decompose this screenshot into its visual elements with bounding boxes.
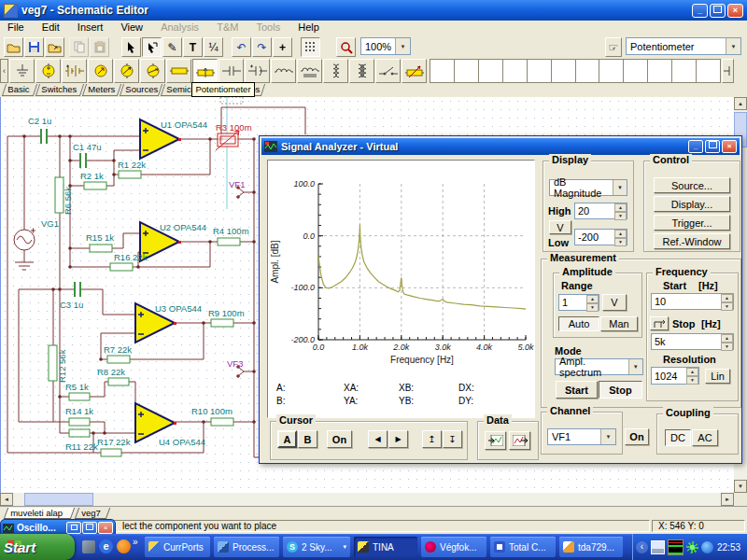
component-potentiometer-button[interactable] (192, 59, 218, 83)
tray-connection-icon[interactable] (686, 541, 698, 553)
lin-button[interactable]: Lin (705, 369, 730, 384)
start-button[interactable]: Start (556, 381, 598, 399)
scroll-left-icon[interactable]: ◄ (0, 493, 13, 506)
pointer-tool-button[interactable] (121, 37, 141, 57)
open-button[interactable] (4, 37, 23, 57)
component-switch-button[interactable] (375, 59, 401, 83)
cursor-a-button[interactable]: A (277, 430, 297, 448)
stop-button[interactable]: Stop (599, 381, 642, 399)
restore-icon[interactable] (710, 4, 726, 18)
component-ground-button[interactable] (9, 59, 35, 83)
close-icon[interactable]: × (727, 4, 743, 18)
wire-tool-button[interactable]: + (273, 37, 292, 57)
tab-meters[interactable]: Meters (82, 84, 121, 96)
menu-view[interactable]: View (113, 21, 150, 33)
coupling-dc-button[interactable]: DC (665, 429, 691, 446)
quicklaunch-desktop-icon[interactable] (82, 540, 95, 553)
dialog-close-icon[interactable]: × (722, 140, 737, 153)
chevron-down-icon[interactable]: ▼ (726, 38, 740, 54)
component-coupled-inductor-button[interactable] (323, 59, 348, 83)
minimize-icon[interactable]: _ (692, 4, 708, 18)
cursor-b-button[interactable]: B (298, 430, 317, 448)
cursor-bottom-button[interactable]: ↧ (443, 430, 462, 448)
text-tool-button[interactable]: T (183, 37, 203, 57)
start-button[interactable]: Start (0, 534, 75, 560)
freq-start-spinbox[interactable]: 10 ▲▼ (651, 293, 734, 310)
component-ammeter-button[interactable] (140, 59, 165, 83)
cursor-top-button[interactable]: ↥ (422, 430, 442, 448)
freq-stop-spinbox[interactable]: 5k ▲▼ (651, 333, 734, 350)
cursor-on-button[interactable]: On (327, 430, 352, 448)
menu-help[interactable]: Help (290, 21, 327, 33)
high-spinbox[interactable]: 20 ▲▼ (574, 203, 627, 219)
component-capacitor-button[interactable] (218, 59, 244, 83)
data-export-button[interactable] (485, 431, 506, 450)
task-tina[interactable]: TINA (354, 537, 417, 557)
select-tool-button[interactable] (142, 37, 162, 57)
component-transformer-button[interactable] (349, 59, 374, 83)
fraction-tool-button[interactable]: ¼ (204, 37, 223, 57)
sheet-tab-veg7[interactable]: veg7 (75, 508, 110, 519)
find-component-button[interactable]: ☞ (605, 37, 622, 57)
task-currports[interactable]: CurrPorts (145, 537, 210, 557)
component-polarized-capacitor-button[interactable] (245, 59, 270, 83)
scroll-down-icon[interactable]: ▼ (734, 480, 747, 493)
component-voltmeter-button[interactable] (114, 59, 139, 83)
tab-scroll-left-button[interactable]: ‹ (0, 59, 8, 83)
task-skype[interactable]: S 2 Sky... ▾ (283, 537, 350, 557)
tray-graph-icon[interactable] (668, 539, 684, 555)
display-mode-combo[interactable]: dB Magnitude▼ (549, 179, 627, 196)
import-button[interactable] (45, 37, 64, 57)
tab-basic[interactable]: Basic (2, 84, 37, 96)
quicklaunch-browser-icon[interactable] (117, 539, 131, 553)
range-unit-button[interactable]: V (602, 294, 627, 311)
voltage-generator[interactable] (14, 229, 35, 271)
data-import-button[interactable] (509, 431, 530, 450)
horizontal-scrollbar[interactable]: ◄ ► (0, 493, 734, 506)
range-spinbox[interactable]: 1 ▲▼ (558, 294, 599, 311)
sweep-button[interactable] (650, 316, 669, 330)
auto-button[interactable]: Auto (558, 316, 599, 331)
component-battery-button[interactable] (62, 59, 87, 83)
low-spinbox[interactable]: -200 ▲▼ (574, 229, 627, 245)
task-totalcommander[interactable]: Total C... (490, 537, 556, 557)
channel-combo[interactable]: VF1▼ (547, 428, 616, 445)
component-cored-inductor-button[interactable] (297, 59, 322, 83)
menu-edit[interactable]: Edit (35, 21, 67, 33)
dialog-maximize-icon[interactable] (705, 140, 720, 153)
component-current-source-button[interactable] (88, 59, 113, 83)
menu-insert[interactable]: Insert (70, 21, 111, 33)
pen-tool-button[interactable]: ✎ (162, 37, 182, 57)
component-inductor-button[interactable] (271, 59, 296, 83)
component-trimmer-button[interactable] (402, 59, 427, 83)
scroll-up-icon[interactable]: ▲ (734, 97, 747, 110)
man-button[interactable]: Man (600, 316, 638, 331)
resolution-spinbox[interactable]: 1024 ▲▼ (651, 367, 699, 385)
oscillo-restore-icon[interactable] (66, 522, 81, 534)
dialog-titlebar[interactable]: Signal Analyzer - Virtual _ × (261, 138, 740, 155)
component-terminal-button[interactable] (722, 59, 734, 83)
save-button[interactable] (24, 37, 44, 57)
task-process[interactable]: Process... (214, 537, 279, 557)
task-vegfok[interactable]: Végfok... (421, 537, 486, 557)
clock[interactable]: 22:53 (717, 542, 740, 553)
grid-toggle-button[interactable] (301, 37, 320, 57)
coupling-ac-button[interactable]: AC (692, 429, 718, 446)
tab-sources[interactable]: Sources (120, 84, 162, 96)
display-button[interactable]: Display... (654, 196, 730, 212)
cursor-right-button[interactable]: ▶ (388, 430, 408, 448)
ref-window-button[interactable]: Ref.-Window (654, 233, 730, 249)
menu-file[interactable]: File (0, 21, 32, 33)
channel-on-button[interactable]: On (625, 428, 649, 445)
scroll-right-icon[interactable]: ► (721, 493, 734, 506)
component-search-combo[interactable]: Potentiometer ▼ (626, 37, 741, 55)
chevron-down-icon[interactable]: ▼ (395, 38, 410, 54)
high-unit-button[interactable]: V (549, 220, 571, 234)
mode-combo[interactable]: Ampl. spectrum▼ (555, 358, 643, 375)
oscillo-close-icon[interactable]: × (98, 522, 113, 534)
zoom-tool-button[interactable] (336, 37, 356, 57)
quicklaunch-more-icon[interactable]: » (133, 537, 138, 547)
component-resistor-button[interactable] (166, 59, 191, 83)
zoom-combo[interactable]: 100% ▼ (360, 37, 411, 55)
source-button[interactable]: Source... (654, 177, 730, 193)
